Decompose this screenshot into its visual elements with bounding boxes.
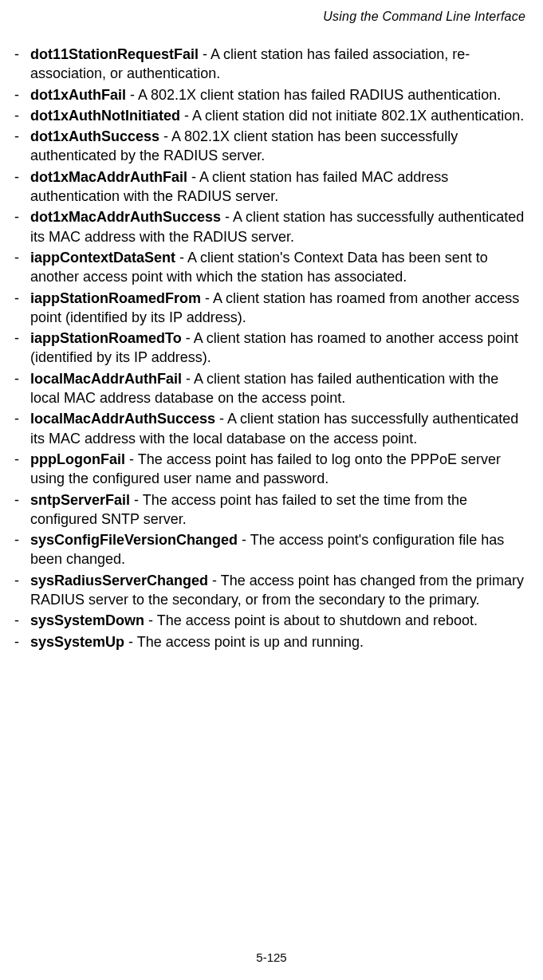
list-item: dot1xMacAddrAuthSuccess - A client stati… [14, 207, 529, 246]
term: sysSystemDown [30, 612, 144, 628]
description: - The access point is up and running. [124, 634, 364, 650]
list-item: pppLogonFail - The access point has fail… [14, 450, 529, 489]
description: - A client station did not initiate 802.… [180, 108, 524, 124]
list-item: dot1xMacAddrAuthFail - A client station … [14, 167, 529, 207]
term: pppLogonFail [30, 451, 125, 467]
list-item: localMacAddrAuthSuccess - A client stati… [14, 409, 529, 448]
term: dot1xAuthSuccess [30, 128, 159, 144]
list-item: sysRadiusServerChanged - The access poin… [14, 571, 529, 610]
term: sntpServerFail [30, 492, 130, 508]
term: dot1xAuthNotInitiated [30, 108, 180, 124]
list-item: iappContextDataSent - A client station's… [14, 248, 529, 287]
list-item: sysSystemUp - The access point is up and… [14, 632, 529, 651]
description: - The access point is about to shutdown … [144, 612, 478, 628]
page-number: 5-125 [256, 950, 286, 964]
term: dot1xMacAddrAuthFail [30, 169, 187, 185]
term: sysSystemUp [30, 634, 124, 650]
term: iappStationRoamedTo [30, 330, 182, 346]
list-item: dot11StationRequestFail - A client stati… [14, 45, 529, 84]
list-item: dot1xAuthNotInitiated - A client station… [14, 106, 529, 125]
list-item: iappStationRoamedFrom - A client station… [14, 289, 529, 328]
list-item: dot1xAuthSuccess - A 802.1X client stati… [14, 127, 529, 166]
definition-list: dot11StationRequestFail - A client stati… [10, 45, 533, 651]
term: dot1xAuthFail [30, 87, 126, 103]
list-item: localMacAddrAuthFail - A client station … [14, 369, 529, 408]
list-item: sysSystemDown - The access point is abou… [14, 611, 529, 630]
term: localMacAddrAuthSuccess [30, 411, 215, 427]
list-item: dot1xAuthFail - A 802.1X client station … [14, 85, 529, 104]
list-item: iappStationRoamedTo - A client station h… [14, 329, 529, 368]
page: Using the Command Line Interface dot11St… [0, 0, 543, 980]
term: iappStationRoamedFrom [30, 290, 201, 306]
term: sysConfigFileVersionChanged [30, 532, 238, 548]
term: iappContextDataSent [30, 250, 175, 266]
page-header: Using the Command Line Interface [10, 10, 533, 45]
term: dot11StationRequestFail [30, 46, 199, 62]
list-item: sntpServerFail - The access point has fa… [14, 490, 529, 529]
term: dot1xMacAddrAuthSuccess [30, 209, 221, 225]
description: - A 802.1X client station has failed RAD… [126, 87, 501, 103]
term: sysRadiusServerChanged [30, 573, 208, 588]
list-item: sysConfigFileVersionChanged - The access… [14, 530, 529, 569]
term: localMacAddrAuthFail [30, 371, 182, 387]
